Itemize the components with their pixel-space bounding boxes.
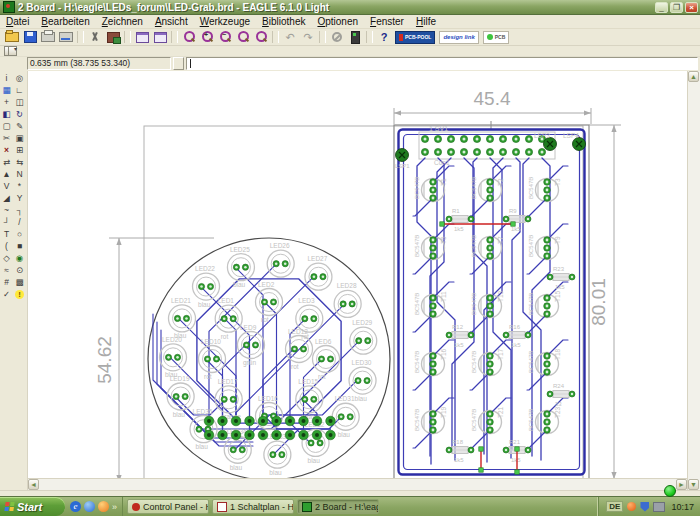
minimize-button[interactable]: _ <box>655 2 668 13</box>
zoom-out-button[interactable]: − <box>217 30 233 44</box>
menu-datei[interactable]: Datei <box>0 16 35 27</box>
tool-replace-button[interactable]: ⇆ <box>13 156 26 168</box>
svg-text:1k5: 1k5 <box>511 457 521 463</box>
tool-cut-button[interactable]: ✂ <box>0 132 13 144</box>
tool-lock-button[interactable]: ▲ <box>0 168 13 180</box>
tool-signal-button[interactable]: ≈ <box>0 264 13 276</box>
tool-copy-button[interactable]: ◫ <box>13 96 26 108</box>
task-eagle-control-panel[interactable]: Control Panel - H:\ea... <box>127 499 209 514</box>
change-icon: ✎ <box>16 121 23 131</box>
grid-button[interactable] <box>4 46 17 56</box>
menu-fenster[interactable]: Fenster <box>364 16 410 27</box>
language-indicator[interactable]: DE <box>606 501 623 512</box>
window-load-button[interactable] <box>134 30 150 44</box>
tool-ratsnest-button[interactable]: # <box>0 276 13 288</box>
tool-move-button[interactable]: + <box>0 96 13 108</box>
svg-text:T23: T23 <box>554 406 561 418</box>
horizontal-scrollbar[interactable]: ◄ ► <box>28 478 687 490</box>
close-button[interactable]: × <box>685 2 698 13</box>
redo-button[interactable]: ↷ <box>300 30 316 44</box>
scroll-down-button[interactable]: ▼ <box>688 479 699 490</box>
tool-mark-button[interactable]: ∟ <box>13 84 26 96</box>
tool-name-button[interactable]: N <box>13 168 26 180</box>
svg-text:T16: T16 <box>440 348 447 360</box>
menu-bearbeiten[interactable]: Bearbeiten <box>35 16 95 27</box>
tray-shield-icon[interactable] <box>640 502 649 512</box>
tool-wire-button[interactable]: / <box>13 216 26 228</box>
save-button[interactable] <box>22 30 38 44</box>
run-script-button[interactable] <box>347 30 363 44</box>
tool-paste-button[interactable]: ▣ <box>13 132 26 144</box>
pcb-drawing[interactable]: LED26LED27LED28LED29LED30blauLED31blauLE… <box>28 71 689 485</box>
menu-optionen[interactable]: Optionen <box>311 16 364 27</box>
tool-show-button[interactable]: ◎ <box>13 72 26 84</box>
task-schematic[interactable]: 1 Schaltplan - H:\eagl... <box>212 499 294 514</box>
zoom-in-button[interactable]: + <box>199 30 215 44</box>
svg-text:LSP4: LSP4 <box>563 132 579 139</box>
tool-errors-button[interactable]: ! <box>13 288 26 300</box>
tool-route-button[interactable]: ┐ <box>13 204 26 216</box>
svg-text:54.62: 54.62 <box>94 336 115 384</box>
tool-pinswap-button[interactable]: ⇄ <box>0 156 13 168</box>
title-bar[interactable]: 2 Board - H:\eagle\LEDs_forum\LED-Grab.b… <box>0 0 700 15</box>
tool-auto-button[interactable]: ▩ <box>13 276 26 288</box>
zoom-select-button[interactable] <box>253 30 269 44</box>
switch-editor-button[interactable] <box>105 30 121 44</box>
scroll-right-button[interactable]: ► <box>676 479 687 490</box>
print-button[interactable] <box>40 30 56 44</box>
menu-werkzeuge[interactable]: Werkzeuge <box>194 16 256 27</box>
tool-split-button[interactable]: Y <box>13 192 26 204</box>
tool-smash-button[interactable]: * <box>13 180 26 192</box>
menu-zeichnen[interactable]: Zeichnen <box>96 16 149 27</box>
restore-button[interactable]: ❐ <box>670 2 683 13</box>
scroll-left-button[interactable]: ◄ <box>28 479 39 490</box>
tool-hole-button[interactable]: ⊙ <box>13 264 26 276</box>
tool-delete-button[interactable]: × <box>0 144 13 156</box>
tool-ripup-button[interactable]: ┘ <box>0 216 13 228</box>
zoom-redraw-button[interactable] <box>235 30 251 44</box>
tool-add-button[interactable]: ⊞ <box>13 144 26 156</box>
design-link-badge[interactable]: design link <box>439 31 478 44</box>
tool-rotate-button[interactable]: ↻ <box>13 108 26 120</box>
task-board[interactable]: 2 Board - H:\eagle\LE... <box>297 499 379 514</box>
command-input[interactable] <box>186 57 698 70</box>
open-button[interactable] <box>4 30 20 44</box>
undo-button[interactable]: ↶ <box>282 30 298 44</box>
splitter-handle[interactable] <box>173 57 184 70</box>
tool-rect-button[interactable]: ■ <box>13 240 26 252</box>
tray-icon-c[interactable] <box>653 502 665 512</box>
help-button[interactable]: ? <box>376 30 392 44</box>
tool-text-button[interactable]: T <box>0 228 13 240</box>
cut-button[interactable] <box>87 30 103 44</box>
internet-explorer-icon[interactable]: e <box>70 501 81 512</box>
menu-bibliothek[interactable]: Bibliothek <box>256 16 311 27</box>
zoom-fit-button[interactable] <box>181 30 197 44</box>
tool-info-button[interactable]: i <box>0 72 13 84</box>
pcb-service-badge[interactable]: PCB <box>483 31 510 44</box>
stop-button[interactable] <box>329 30 345 44</box>
board-canvas[interactable]: LED26LED27LED28LED29LED30blauLED31blauLE… <box>28 71 687 490</box>
tool-drc-button[interactable]: ✓ <box>0 288 13 300</box>
tool-optimize-button[interactable]: ~ <box>0 204 13 216</box>
tool-mirror-button[interactable]: ◧ <box>0 108 13 120</box>
tool-polygon-button[interactable]: ◇ <box>0 252 13 264</box>
tray-icon-a[interactable] <box>627 502 636 511</box>
firefox-icon[interactable] <box>98 501 109 512</box>
menu-ansicht[interactable]: Ansicht <box>149 16 194 27</box>
menu-hilfe[interactable]: Hilfe <box>410 16 442 27</box>
quick-launch-more-chevron[interactable]: » <box>112 502 117 512</box>
cam-processor-button[interactable] <box>58 30 74 44</box>
tool-group-button[interactable]: ▢ <box>0 120 13 132</box>
tool-value-button[interactable]: V <box>0 180 13 192</box>
tool-miter-button[interactable]: ◢ <box>0 192 13 204</box>
start-button[interactable]: Start <box>0 497 65 516</box>
tool-change-button[interactable]: ✎ <box>13 120 26 132</box>
window-close-button[interactable] <box>152 30 168 44</box>
tool-display-button[interactable]: ▦ <box>0 84 13 96</box>
scroll-up-button[interactable]: ▲ <box>688 71 699 82</box>
tool-via-button[interactable]: ◉ <box>13 252 26 264</box>
tool-arc-button[interactable]: ( <box>0 240 13 252</box>
pcb-pool-badge[interactable]: PCB-POOL <box>395 31 435 44</box>
mail-icon[interactable] <box>84 501 95 512</box>
tool-circle-button[interactable]: ○ <box>13 228 26 240</box>
